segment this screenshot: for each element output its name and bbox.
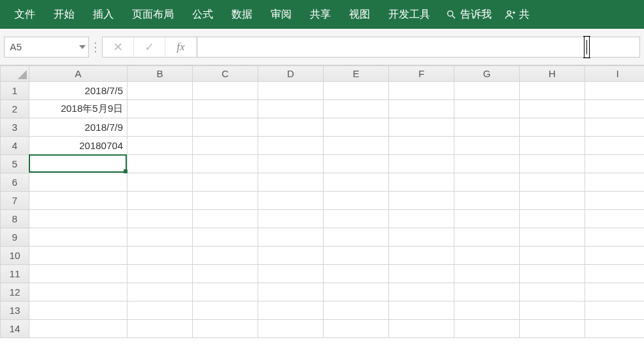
cell[interactable] <box>127 265 193 283</box>
row-header[interactable]: 3 <box>1 118 29 137</box>
cell[interactable] <box>585 137 645 155</box>
cell[interactable] <box>585 320 645 338</box>
cell[interactable] <box>585 155 645 173</box>
cell[interactable] <box>389 173 454 192</box>
name-box[interactable]: A5 <box>4 37 89 58</box>
cell[interactable] <box>127 301 193 320</box>
cell[interactable] <box>193 137 258 155</box>
confirm-button[interactable]: ✓ <box>134 37 165 57</box>
cell[interactable] <box>324 210 389 228</box>
cell[interactable] <box>29 210 127 228</box>
row-header[interactable]: 2 <box>1 100 29 118</box>
split-handle[interactable]: ⋮ <box>89 40 102 54</box>
cell[interactable] <box>454 155 520 173</box>
cell[interactable] <box>520 283 585 301</box>
cell[interactable] <box>324 100 389 118</box>
cell[interactable] <box>520 265 585 283</box>
cell[interactable] <box>29 301 127 320</box>
cell[interactable] <box>193 82 258 100</box>
row-header[interactable]: 8 <box>1 210 29 228</box>
cell[interactable] <box>585 100 645 118</box>
col-header-D[interactable]: D <box>258 66 324 82</box>
cell[interactable] <box>258 118 324 137</box>
cancel-button[interactable]: ✕ <box>103 37 134 57</box>
cell[interactable]: 2018/7/9 <box>29 118 127 137</box>
cell[interactable] <box>324 192 389 210</box>
cell[interactable] <box>29 173 127 192</box>
cell[interactable] <box>389 100 454 118</box>
row-header[interactable]: 1 <box>1 82 29 100</box>
cell[interactable] <box>324 265 389 283</box>
cell[interactable] <box>454 82 520 100</box>
cell[interactable] <box>29 320 127 338</box>
col-header-B[interactable]: B <box>127 66 193 82</box>
cell[interactable] <box>324 118 389 137</box>
fx-button[interactable]: fx <box>165 37 197 57</box>
cell[interactable] <box>324 82 389 100</box>
cell[interactable] <box>585 283 645 301</box>
cell[interactable] <box>127 118 193 137</box>
cell[interactable] <box>454 173 520 192</box>
cell[interactable] <box>389 210 454 228</box>
cell[interactable] <box>389 247 454 265</box>
cell[interactable] <box>520 118 585 137</box>
share-button[interactable]: 共 <box>498 8 536 22</box>
col-header-H[interactable]: H <box>520 66 585 82</box>
cell[interactable] <box>258 192 324 210</box>
cell[interactable] <box>127 155 193 173</box>
cell[interactable] <box>520 247 585 265</box>
tell-me-button[interactable]: 告诉我 <box>439 8 498 22</box>
cell[interactable] <box>585 247 645 265</box>
row-header[interactable]: 12 <box>1 283 29 301</box>
cell[interactable] <box>193 155 258 173</box>
cell[interactable] <box>193 320 258 338</box>
cell[interactable] <box>520 228 585 247</box>
formula-input[interactable] <box>197 37 640 58</box>
cell[interactable] <box>324 137 389 155</box>
row-header[interactable]: 10 <box>1 247 29 265</box>
cell[interactable] <box>127 320 193 338</box>
cell[interactable] <box>454 210 520 228</box>
cell[interactable]: 2018年5月9日 <box>29 100 127 118</box>
cell[interactable] <box>127 228 193 247</box>
cell[interactable] <box>520 137 585 155</box>
cell[interactable] <box>585 82 645 100</box>
cell[interactable] <box>520 192 585 210</box>
cell[interactable] <box>454 118 520 137</box>
col-header-F[interactable]: F <box>389 66 454 82</box>
row-header[interactable]: 9 <box>1 228 29 247</box>
cell[interactable] <box>454 100 520 118</box>
cell[interactable] <box>520 173 585 192</box>
cell[interactable] <box>324 228 389 247</box>
row-header[interactable]: 4 <box>1 137 29 155</box>
cell[interactable] <box>258 283 324 301</box>
cell[interactable] <box>127 192 193 210</box>
cell[interactable] <box>454 265 520 283</box>
cell[interactable] <box>258 247 324 265</box>
tab-insert[interactable]: 插入 <box>84 0 123 29</box>
cell[interactable] <box>324 283 389 301</box>
cell[interactable] <box>258 155 324 173</box>
cell[interactable] <box>258 82 324 100</box>
cell[interactable] <box>585 118 645 137</box>
cell[interactable] <box>258 173 324 192</box>
cell[interactable] <box>127 283 193 301</box>
cell[interactable] <box>127 82 193 100</box>
row-header[interactable]: 7 <box>1 192 29 210</box>
cell[interactable] <box>127 247 193 265</box>
chevron-down-icon[interactable] <box>79 45 86 49</box>
cell[interactable] <box>585 210 645 228</box>
row-header[interactable]: 6 <box>1 173 29 192</box>
cell[interactable] <box>389 137 454 155</box>
cell[interactable] <box>520 320 585 338</box>
cell[interactable] <box>193 301 258 320</box>
tab-data[interactable]: 数据 <box>222 0 262 29</box>
row-header[interactable]: 14 <box>1 320 29 338</box>
cell[interactable] <box>389 320 454 338</box>
tab-view[interactable]: 视图 <box>340 0 379 29</box>
cell[interactable] <box>193 100 258 118</box>
cell[interactable] <box>520 301 585 320</box>
cell[interactable] <box>127 210 193 228</box>
cell[interactable] <box>454 283 520 301</box>
cell[interactable] <box>585 192 645 210</box>
